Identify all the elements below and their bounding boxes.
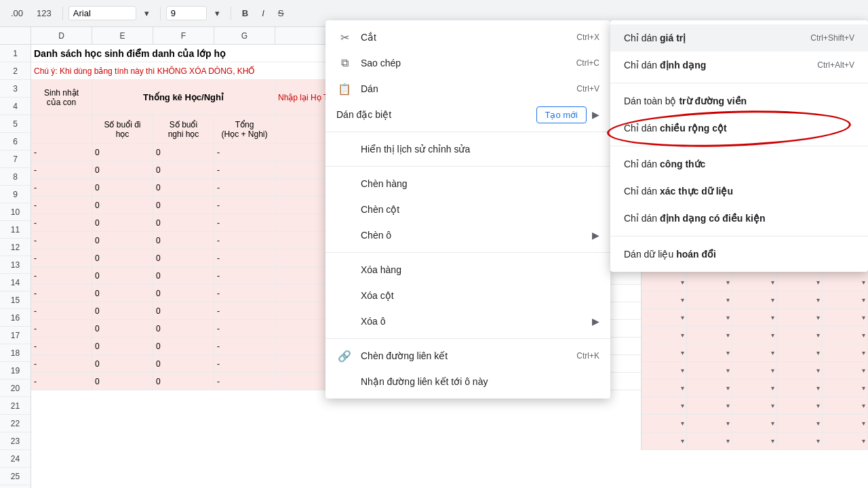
right-cell-r21-c5[interactable] (823, 415, 868, 432)
right-cell-r14-c3[interactable] (732, 291, 778, 308)
right-cell-r19-c4[interactable] (777, 380, 823, 396)
data-cell-r12-c1[interactable]: - (31, 338, 92, 354)
col-header-f[interactable]: F (153, 27, 214, 44)
right-cell-r16-c5[interactable] (823, 327, 868, 344)
submenu-item-paste-value[interactable]: Chỉ dán giá trị Ctrl+Shift+V (610, 24, 868, 52)
right-cell-r15-c1[interactable] (642, 309, 687, 326)
data-cell-r4-c4[interactable]: - (214, 197, 275, 214)
col-e-subheader[interactable]: Số buổi đi học (92, 115, 153, 143)
data-cell-r14-c1[interactable]: - (31, 373, 92, 390)
right-cell-r13-c1[interactable] (642, 274, 687, 291)
col-f-subheader[interactable]: Số buổi nghi học (153, 115, 214, 143)
data-cell-r11-c4[interactable]: - (214, 320, 275, 337)
right-cell-r21-c3[interactable] (732, 415, 778, 432)
right-cell-r21-c2[interactable] (687, 415, 732, 432)
right-cell-r22-c2[interactable] (687, 432, 732, 449)
data-cell-r9-c4[interactable]: - (214, 285, 275, 302)
data-cell-r12-c4[interactable]: - (214, 338, 275, 354)
right-cell-r14-c1[interactable] (642, 291, 687, 308)
data-cell-r3-c4[interactable]: - (214, 179, 275, 196)
col-d-header[interactable]: Sinh nhật của con (31, 80, 92, 115)
data-cell-r13-c4[interactable]: - (214, 355, 275, 372)
data-cell-r13-c2[interactable]: 0 (92, 355, 153, 372)
menu-item-delete-cell[interactable]: Xóa ô ▶ (326, 308, 610, 334)
menu-item-paste[interactable]: 📋 Dán Ctrl+V (326, 76, 610, 102)
data-cell-r8-c4[interactable]: - (214, 267, 275, 284)
data-cell-r14-c2[interactable]: 0 (92, 373, 153, 390)
data-cell-r7-c2[interactable]: 0 (92, 249, 153, 266)
create-new-button[interactable]: Tạo mới (536, 106, 587, 123)
data-cell-r4-c3[interactable]: 0 (153, 197, 214, 214)
submenu-item-no-border[interactable]: Dán toàn bộ trừ đường viền (610, 87, 868, 115)
data-cell-r3-c3[interactable]: 0 (153, 179, 214, 196)
right-cell-r18-c3[interactable] (732, 362, 778, 379)
data-cell-r8-c3[interactable]: 0 (153, 267, 214, 284)
italic-btn[interactable]: I (256, 5, 270, 21)
data-cell-r12-c3[interactable]: 0 (153, 338, 214, 354)
data-cell-r3-c2[interactable]: 0 (92, 179, 153, 196)
right-cell-r16-c3[interactable] (732, 327, 778, 344)
menu-item-delete-row[interactable]: Xóa hàng (326, 257, 610, 283)
font-size-expand-btn[interactable]: ▾ (210, 5, 225, 21)
data-cell-r7-c1[interactable]: - (31, 249, 92, 266)
data-cell-r13-c3[interactable]: 0 (153, 355, 214, 372)
menu-item-insert-link[interactable]: 🔗 Chèn đường liên kết Ctrl+K (326, 343, 610, 369)
data-cell-r12-c2[interactable]: 0 (92, 338, 153, 354)
right-cell-r17-c2[interactable] (687, 344, 732, 361)
menu-item-show-history[interactable]: Hiển thị lịch sử chỉnh sửa (326, 136, 610, 162)
data-cell-r14-c3[interactable]: 0 (153, 373, 214, 390)
data-cell-r5-c2[interactable]: 0 (92, 214, 153, 231)
menu-item-delete-col[interactable]: Xóa cột (326, 283, 610, 308)
right-cell-r20-c5[interactable] (823, 397, 868, 414)
right-cell-r17-c3[interactable] (732, 344, 778, 361)
right-cell-r18-c4[interactable] (777, 362, 823, 379)
right-cell-r21-c1[interactable] (642, 415, 687, 432)
data-cell-r10-c2[interactable]: 0 (92, 302, 153, 319)
right-cell-r13-c4[interactable] (777, 274, 823, 291)
data-cell-r14-c4[interactable]: - (214, 373, 275, 390)
data-cell-r8-c2[interactable]: 0 (92, 267, 153, 284)
menu-item-insert-cell[interactable]: Chèn ô ▶ (326, 222, 610, 248)
right-cell-r22-c5[interactable] (823, 432, 868, 449)
right-cell-r19-c2[interactable] (687, 380, 732, 396)
data-cell-r11-c1[interactable]: - (31, 320, 92, 337)
right-cell-r19-c5[interactable] (823, 380, 868, 396)
menu-item-get-link[interactable]: Nhận đường liên kết tới ô này (326, 369, 610, 394)
right-cell-r13-c2[interactable] (687, 274, 732, 291)
right-cell-r16-c1[interactable] (642, 327, 687, 344)
data-cell-r2-c3[interactable]: 0 (153, 161, 214, 178)
right-cell-r20-c2[interactable] (687, 397, 732, 414)
data-cell-r2-c4[interactable]: - (214, 161, 275, 178)
col-header-g[interactable]: G (214, 27, 275, 44)
data-cell-r9-c1[interactable]: - (31, 285, 92, 302)
submenu-item-paste-format[interactable]: Chỉ dán định dạng Ctrl+Alt+V (610, 52, 868, 79)
data-cell-r10-c3[interactable]: 0 (153, 302, 214, 319)
right-cell-r17-c5[interactable] (823, 344, 868, 361)
data-cell-r6-c1[interactable]: - (31, 232, 92, 249)
data-cell-r7-c3[interactable]: 0 (153, 249, 214, 266)
data-cell-r11-c3[interactable]: 0 (153, 320, 214, 337)
bold-btn[interactable]: B (237, 5, 254, 21)
data-cell-r5-c3[interactable]: 0 (153, 214, 214, 231)
data-cell-r6-c4[interactable]: - (214, 232, 275, 249)
col-header-e[interactable]: E (92, 27, 153, 44)
right-cell-r14-c4[interactable] (777, 291, 823, 308)
data-cell-r1-c3[interactable]: 0 (153, 144, 214, 161)
right-cell-r17-c1[interactable] (642, 344, 687, 361)
right-cell-r13-c5[interactable] (823, 274, 868, 291)
data-cell-r6-c2[interactable]: 0 (92, 232, 153, 249)
right-cell-r22-c1[interactable] (642, 432, 687, 449)
font-expand-btn[interactable]: ▾ (139, 5, 155, 21)
right-cell-r18-c2[interactable] (687, 362, 732, 379)
right-cell-r19-c3[interactable] (732, 380, 778, 396)
font-name-input[interactable] (68, 6, 136, 20)
menu-item-cut[interactable]: ✂ Cắt Ctrl+X (326, 24, 610, 50)
note-cell[interactable]: Chú ý: Khi dùng bảng tính này thì KHÔNG … (31, 62, 363, 79)
data-cell-r9-c3[interactable]: 0 (153, 285, 214, 302)
right-cell-r15-c4[interactable] (777, 309, 823, 326)
menu-item-insert-row[interactable]: Chèn hàng (326, 171, 610, 197)
right-cell-r13-c3[interactable] (732, 274, 778, 291)
data-cell-r8-c1[interactable]: - (31, 267, 92, 284)
data-cell-r10-c4[interactable]: - (214, 302, 275, 319)
right-cell-r18-c1[interactable] (642, 362, 687, 379)
